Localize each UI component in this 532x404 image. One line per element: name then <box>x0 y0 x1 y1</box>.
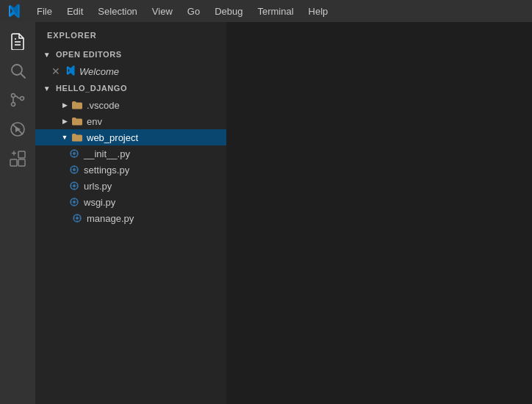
wsgi-py-icon <box>68 195 81 209</box>
svg-point-22 <box>76 217 79 220</box>
web-project-folder-name: web_project <box>87 132 138 143</box>
project-label: HELLO_DJANGO <box>56 84 127 93</box>
env-folder-icon <box>71 115 84 128</box>
svg-rect-11 <box>18 151 25 158</box>
project-header[interactable]: ▼ HELLO_DJANGO <box>35 79 226 97</box>
extensions-activity-icon[interactable] <box>4 145 31 172</box>
menu-debug[interactable]: Debug <box>207 3 250 20</box>
folder-vscode[interactable]: ▶ .vscode <box>35 97 226 113</box>
manage-py-name: manage.py <box>87 213 134 224</box>
open-editors-label: OPEN EDITORS <box>56 50 122 59</box>
menu-selection[interactable]: Selection <box>90 3 144 20</box>
svg-line-4 <box>21 74 26 79</box>
sidebar-title: EXPLORER <box>35 22 226 46</box>
urls-py-icon <box>68 179 81 192</box>
project-arrow: ▼ <box>41 82 53 94</box>
svg-rect-12 <box>18 159 25 166</box>
activity-bar <box>0 22 35 404</box>
file-urls-py[interactable]: urls.py <box>35 178 226 194</box>
vscode-logo <box>6 3 22 19</box>
menu-view[interactable]: View <box>145 3 180 20</box>
vscode-file-icon <box>65 65 76 79</box>
main-area: EXPLORER ▼ OPEN EDITORS ✕ Welcome ▼ HELL… <box>0 22 532 404</box>
settings-py-name: settings.py <box>84 165 129 176</box>
close-welcome-icon[interactable]: ✕ <box>50 65 62 77</box>
menu-go[interactable]: Go <box>180 3 207 20</box>
file-settings-py[interactable]: settings.py <box>35 162 226 178</box>
folder-web-project[interactable]: ▼ web_project <box>35 129 226 145</box>
settings-py-icon <box>68 163 81 176</box>
file-wsgi-py[interactable]: wsgi.py <box>35 194 226 210</box>
web-project-folder-icon <box>71 131 84 144</box>
source-control-activity-icon[interactable] <box>4 87 31 113</box>
menu-terminal[interactable]: Terminal <box>250 3 301 20</box>
menu-help[interactable]: Help <box>301 3 336 20</box>
web-project-arrow: ▼ <box>59 131 71 143</box>
vscode-folder-name: .vscode <box>87 100 120 111</box>
manage-py-icon <box>71 212 84 225</box>
file-tree: ▶ .vscode ▶ env <box>35 97 226 404</box>
folder-env[interactable]: ▶ env <box>35 113 226 129</box>
env-folder-name: env <box>87 116 102 127</box>
wsgi-py-name: wsgi.py <box>84 197 115 208</box>
svg-point-20 <box>73 201 76 203</box>
svg-point-7 <box>21 97 24 101</box>
env-folder-arrow: ▶ <box>59 115 71 127</box>
svg-point-16 <box>73 168 76 171</box>
urls-py-name: urls.py <box>84 181 112 192</box>
debug-activity-icon[interactable] <box>4 116 31 143</box>
folder-icon <box>71 98 84 112</box>
init-py-icon <box>68 147 81 160</box>
vscode-folder-arrow: ▶ <box>59 99 71 111</box>
file-init-py[interactable]: __init__.py <box>35 145 226 162</box>
svg-point-14 <box>73 152 76 155</box>
open-editors-arrow: ▼ <box>41 48 53 60</box>
search-activity-icon[interactable] <box>4 57 31 84</box>
open-editors-header[interactable]: ▼ OPEN EDITORS <box>35 46 226 63</box>
svg-rect-10 <box>10 159 17 166</box>
welcome-filename: Welcome <box>79 66 119 77</box>
file-manage-py[interactable]: manage.py <box>35 210 226 226</box>
svg-point-5 <box>12 94 15 98</box>
menubar: File Edit Selection View Go Debug Termin… <box>0 0 532 22</box>
open-editor-welcome[interactable]: ✕ Welcome <box>35 63 226 79</box>
menu-file[interactable]: File <box>29 3 60 20</box>
sidebar: EXPLORER ▼ OPEN EDITORS ✕ Welcome ▼ HELL… <box>35 22 226 404</box>
init-py-name: __init__.py <box>84 148 130 159</box>
menu-edit[interactable]: Edit <box>60 3 90 20</box>
svg-point-18 <box>73 184 76 187</box>
editor-area <box>226 22 532 404</box>
explorer-icon[interactable] <box>4 28 31 54</box>
svg-point-6 <box>12 103 15 107</box>
